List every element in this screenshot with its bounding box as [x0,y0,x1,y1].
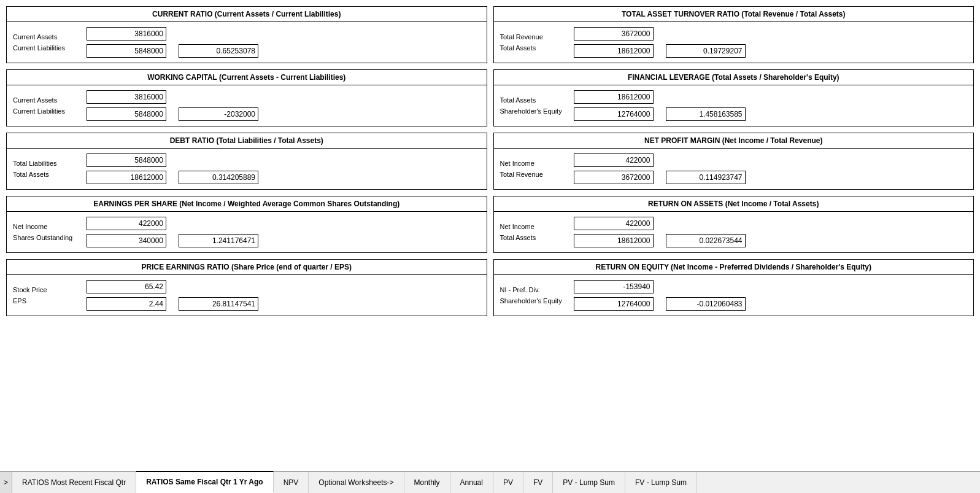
label-eps-1: Shares Outstanding [13,234,80,241]
ratio-box-pe-ratio: PRICE EARNINGS RATIO (Share Price (end o… [6,259,487,316]
label-net-profit-margin-1: Total Revenue [500,171,568,178]
result-working-capital: -2032000 [179,107,258,121]
input-working-capital-1[interactable]: 5848000 [87,107,166,121]
ratio-box-eps: EARNINGS PER SHARE (Net Income / Weighte… [6,196,487,253]
tab-nav-prev[interactable]: > [0,472,12,493]
result-eps: 1.241176471 [179,234,258,247]
input-pe-ratio-1[interactable]: 2.44 [87,297,166,311]
tab-bar: > RATIOS Most Recent Fiscal QtrRATIOS Sa… [0,471,980,493]
input-pe-ratio-0[interactable]: 65.42 [87,280,166,293]
label-return-on-assets-0: Net Income [500,223,568,230]
label-debt-ratio-0: Total Liabilities [13,160,80,167]
label-working-capital-1: Current Liabilities [13,107,80,115]
ratio-box-net-profit-margin: NET PROFIT MARGIN (Net Income / Total Re… [493,133,974,190]
ratio-body-return-on-assets: Net IncomeTotal Assets422000186120000.02… [494,212,974,252]
input-net-profit-margin-1[interactable]: 3672000 [574,171,654,184]
result-total-asset-turnover: 0.19729207 [666,44,746,58]
input-eps-0[interactable]: 422000 [87,217,166,230]
ratio-body-return-on-equity: NI - Pref. Div.Shareholder's Equity-1539… [494,275,974,316]
result-financial-leverage: 1.458163585 [666,107,746,121]
ratio-box-current-ratio: CURRENT RATIO (Current Assets / Current … [6,6,487,63]
ratio-title-pe-ratio: PRICE EARNINGS RATIO (Share Price (end o… [7,260,487,275]
input-return-on-assets-0[interactable]: 422000 [574,217,654,230]
ratio-title-total-asset-turnover: TOTAL ASSET TURNOVER RATIO (Total Revenu… [494,7,974,22]
result-pe-ratio: 26.81147541 [179,297,258,311]
label-total-asset-turnover-1: Total Assets [500,44,568,52]
input-return-on-equity-0[interactable]: -153940 [574,280,654,293]
label-financial-leverage-1: Shareholder's Equity [500,107,568,115]
label-return-on-equity-1: Shareholder's Equity [500,297,568,305]
input-eps-1[interactable]: 340000 [87,234,166,247]
ratio-title-current-ratio: CURRENT RATIO (Current Assets / Current … [7,7,487,22]
ratio-box-debt-ratio: DEBT RATIO (Total Liabilities / Total As… [6,133,487,190]
input-current-ratio-0[interactable]: 3816000 [87,27,166,41]
main-content: CURRENT RATIO (Current Assets / Current … [0,0,980,471]
tab-item-9[interactable]: FV - Lump Sum [625,472,697,493]
ratio-box-return-on-equity: RETURN ON EQUITY (Net Income - Preferred… [493,259,974,316]
label-pe-ratio-0: Stock Price [13,286,80,293]
result-return-on-assets: 0.022673544 [666,234,746,247]
result-current-ratio: 0.65253078 [179,44,258,58]
tab-item-7[interactable]: FV [523,472,553,493]
ratio-body-working-capital: Current AssetsCurrent Liabilities3816000… [7,85,487,126]
result-debt-ratio: 0.314205889 [179,171,258,184]
tab-item-8[interactable]: PV - Lump Sum [553,472,625,493]
input-financial-leverage-0[interactable]: 18612000 [574,90,654,104]
ratio-title-financial-leverage: FINANCIAL LEVERAGE (Total Assets / Share… [494,70,974,85]
label-financial-leverage-0: Total Assets [500,96,568,104]
label-pe-ratio-1: EPS [13,297,80,305]
tab-item-2[interactable]: NPV [274,472,309,493]
ratio-body-pe-ratio: Stock PriceEPS65.422.4426.81147541 [7,275,487,316]
ratio-title-net-profit-margin: NET PROFIT MARGIN (Net Income / Total Re… [494,133,974,149]
input-return-on-equity-1[interactable]: 12764000 [574,297,654,311]
ratio-box-total-asset-turnover: TOTAL ASSET TURNOVER RATIO (Total Revenu… [493,6,974,63]
label-current-ratio-1: Current Liabilities [13,44,80,52]
input-debt-ratio-1[interactable]: 18612000 [87,171,166,184]
ratio-body-net-profit-margin: Net IncomeTotal Revenue42200036720000.11… [494,149,974,189]
ratio-body-total-asset-turnover: Total RevenueTotal Assets367200018612000… [494,22,974,63]
ratio-title-working-capital: WORKING CAPITAL (Current Assets - Curren… [7,70,487,85]
tab-item-1[interactable]: RATIOS Same Fiscal Qtr 1 Yr Ago [136,471,274,493]
ratio-body-financial-leverage: Total AssetsShareholder's Equity18612000… [494,85,974,126]
ratio-box-financial-leverage: FINANCIAL LEVERAGE (Total Assets / Share… [493,69,974,126]
tab-item-3[interactable]: Optional Worksheets-> [309,472,404,493]
result-return-on-equity: -0.012060483 [666,297,746,311]
label-return-on-assets-1: Total Assets [500,234,568,241]
label-eps-0: Net Income [13,223,80,230]
input-debt-ratio-0[interactable]: 5848000 [87,153,166,167]
ratio-title-return-on-assets: RETURN ON ASSETS (Net Income / Total Ass… [494,196,974,212]
input-total-asset-turnover-1[interactable]: 18612000 [574,44,654,58]
label-working-capital-0: Current Assets [13,96,80,104]
input-net-profit-margin-0[interactable]: 422000 [574,153,654,167]
input-current-ratio-1[interactable]: 5848000 [87,44,166,58]
tab-item-4[interactable]: Monthly [404,472,450,493]
input-return-on-assets-1[interactable]: 18612000 [574,234,654,247]
result-net-profit-margin: 0.114923747 [666,171,746,184]
label-total-asset-turnover-0: Total Revenue [500,33,568,41]
input-total-asset-turnover-0[interactable]: 3672000 [574,27,654,41]
label-net-profit-margin-0: Net Income [500,160,568,167]
tab-item-6[interactable]: PV [493,472,523,493]
input-financial-leverage-1[interactable]: 12764000 [574,107,654,121]
label-debt-ratio-1: Total Assets [13,171,80,178]
right-column: TOTAL ASSET TURNOVER RATIO (Total Revenu… [493,6,974,465]
input-working-capital-0[interactable]: 3816000 [87,90,166,104]
label-current-ratio-0: Current Assets [13,33,80,41]
ratio-body-eps: Net IncomeShares Outstanding422000340000… [7,212,487,252]
ratio-body-current-ratio: Current AssetsCurrent Liabilities3816000… [7,22,487,63]
tab-item-0[interactable]: RATIOS Most Recent Fiscal Qtr [12,472,136,493]
label-return-on-equity-0: NI - Pref. Div. [500,286,568,293]
ratio-box-working-capital: WORKING CAPITAL (Current Assets - Curren… [6,69,487,126]
ratio-title-debt-ratio: DEBT RATIO (Total Liabilities / Total As… [7,133,487,149]
left-column: CURRENT RATIO (Current Assets / Current … [6,6,487,465]
ratio-box-return-on-assets: RETURN ON ASSETS (Net Income / Total Ass… [493,196,974,253]
ratio-title-return-on-equity: RETURN ON EQUITY (Net Income - Preferred… [494,260,974,275]
ratio-title-eps: EARNINGS PER SHARE (Net Income / Weighte… [7,196,487,212]
tab-item-5[interactable]: Annual [450,472,493,493]
ratio-body-debt-ratio: Total LiabilitiesTotal Assets58480001861… [7,149,487,189]
